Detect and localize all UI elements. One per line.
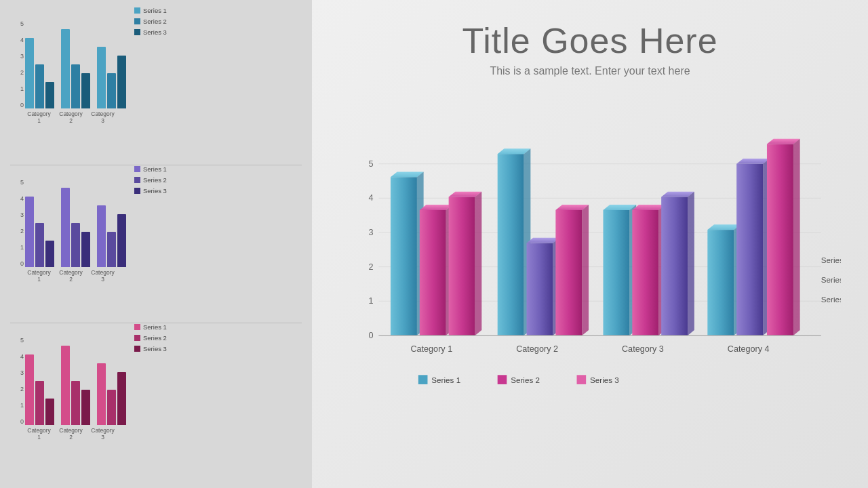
svg-rect-24 [527,243,553,336]
svg-marker-38 [688,192,694,336]
cat-label-pk2: Category 2 [57,427,85,441]
bar-ps3-c3 [117,214,126,267]
legend-s1: Series 1 [134,7,167,14]
legend-label-s1: Series 1 [821,295,841,304]
small-chart-1: 0 1 2 3 4 5 [7,14,305,158]
legend-s3: Series 3 [134,28,167,36]
x-label-c3: Category 3 [622,344,664,354]
bar-ps2-c3 [107,232,116,267]
bar-main-c2-s2 [527,238,560,336]
x-label-c4: Category 4 [728,344,770,354]
small-chart-3: 0 1 2 3 4 5 [7,330,305,474]
cat-label-pk3: Category 3 [89,427,117,441]
bar-ps3-c2 [81,232,90,267]
bar-s1-c2 [61,29,70,108]
legend-3: Series 1 Series 2 Series 3 [134,323,167,352]
left-panel: 0 1 2 3 4 5 [0,0,312,488]
bar-main-c3-s2 [632,205,665,336]
y-axis-3: 0 1 2 3 4 5 [14,337,24,425]
svg-rect-39 [707,230,734,336]
legend-color-ps3 [134,188,140,194]
bar-ps3-c1 [45,241,54,267]
cat-label-p1: Category 1 [25,269,53,283]
legend-ps1: Series 1 [134,165,167,173]
legend-color-ps2 [134,177,140,183]
legend-box-s1 [418,375,428,384]
svg-text:4: 4 [369,193,374,203]
cat1-group [25,38,54,108]
legend-color-s2 [134,18,140,24]
bars-row-2 [25,179,129,267]
main-chart-area: 0 1 2 3 4 5 [339,91,841,474]
right-panel: Title Goes Here This is a sample text. E… [312,0,868,488]
legend-text-s2: Series 2 [511,375,540,384]
subtitle: This is a sample text. Enter your text h… [339,65,841,77]
bar-s1-c3 [97,47,106,108]
bar-pks1-c2 [61,346,70,425]
legend-box-s3 [577,375,587,384]
cat-label-1: Category 1 [25,110,53,124]
svg-rect-42 [736,164,763,336]
legend-text-s1: Series 1 [431,375,460,384]
bar-main-c4-s1 [707,224,741,336]
x-label-c1: Category 1 [410,344,452,354]
main-title: Title Goes Here [339,20,841,61]
svg-marker-47 [793,139,800,336]
bar-main-c3-s1 [603,205,636,336]
bar-pks2-c2 [71,381,80,425]
legend-s2: Series 2 [134,18,167,25]
bar-ps2-c2 [71,223,80,267]
cat-label-2: Category 2 [57,110,85,124]
cat3-group-p [97,205,126,267]
x-labels-1: Category 1 Category 2 Category 3 [25,110,129,124]
legend-1: Series 1 Series 2 Series 3 [134,7,167,36]
bar-pks1-c3 [97,363,106,425]
legend-label-s2: Series 2 [821,275,841,284]
bar-s3-c3 [117,56,126,108]
bar-s1-c1 [25,38,34,108]
cat2-group-p [61,188,90,267]
svg-marker-20 [475,192,482,336]
title-section: Title Goes Here This is a sample text. E… [339,20,841,77]
svg-rect-21 [498,154,524,336]
x-labels-2: Category 1 Category 2 Category 3 [25,269,129,283]
legend-pks1: Series 1 [134,323,167,331]
bar-s2-c3 [107,73,116,108]
legend-ps3: Series 3 [134,187,167,195]
cat2-group [61,29,90,108]
bar-pks2-c1 [35,381,44,425]
legend-box-s2 [498,375,507,384]
svg-rect-27 [555,210,582,336]
legend-color-s1 [134,7,140,14]
bar-pks3-c2 [81,390,90,425]
cat-label-p2: Category 2 [57,269,85,283]
bars-row-1 [25,20,129,108]
legend-2: Series 1 Series 2 Series 3 [134,165,167,195]
bar-main-c3-s3 [661,192,694,336]
legend-text-s3: Series 3 [590,375,619,384]
bar-main-c4-s2 [736,159,770,336]
bar-main-c2-s3 [555,205,589,336]
legend-pks3: Series 3 [134,345,167,352]
bar-s3-c1 [45,82,54,108]
svg-rect-30 [603,210,629,336]
cat-label-pk1: Category 1 [25,427,53,441]
legend-color-ps1 [134,166,140,172]
bar-pks3-c3 [117,372,126,425]
bar-ps2-c1 [35,223,44,267]
legend-color-pks2 [134,335,140,341]
bar-ps1-c1 [25,197,34,267]
bar-ps1-c3 [97,205,106,267]
bar-pks2-c3 [107,390,116,425]
cat2-group-pk [61,346,90,425]
bars-row-3 [25,337,129,425]
small-chart-2: 0 1 2 3 4 5 [7,172,305,317]
x-label-c2: Category 2 [516,344,558,354]
cat-label-p3: Category 3 [89,269,117,283]
svg-text:2: 2 [369,262,374,272]
cat-label-3: Category 3 [89,110,117,124]
svg-text:3: 3 [369,228,374,237]
bar-main-c1-s1 [391,171,424,335]
bar-main-c1-s3 [449,192,482,336]
y-axis-1: 0 1 2 3 4 5 [14,20,24,108]
